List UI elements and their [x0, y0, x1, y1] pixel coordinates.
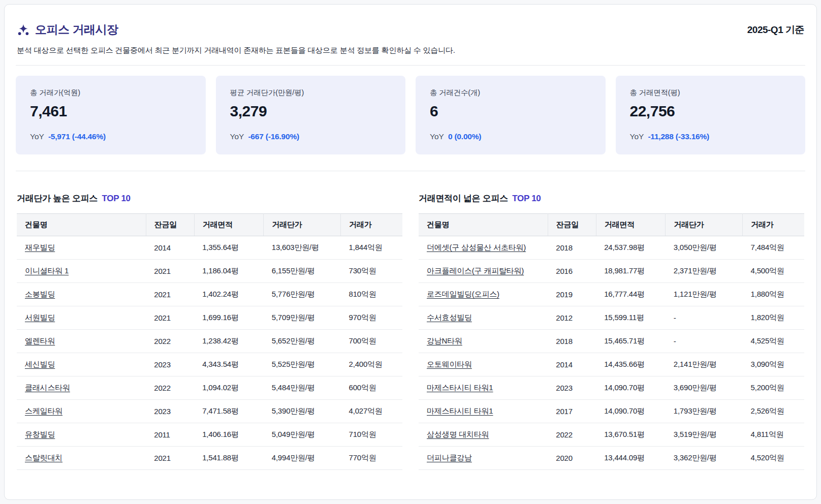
building-name-cell: 서원빌딩: [17, 306, 146, 330]
top10-area-table: 건물명잔금일거래면적거래단가거래가 더에셋(구 삼성물산 서초타워)201824…: [419, 213, 804, 470]
table-row: 세신빌딩20234,343.54평5,525만원/평2,400억원: [17, 353, 402, 376]
building-name-cell: 수서효성빌딩: [419, 306, 548, 330]
building-name-link[interactable]: 아크플레이스(구 캐피탈타워): [427, 266, 524, 275]
building-name-link[interactable]: 이니셜타워 1: [25, 266, 69, 275]
page-title: 오피스 거래시장: [35, 22, 118, 38]
stat-label: 총 거래면적(평): [630, 88, 792, 98]
building-name-cell: 엘렌타워: [17, 330, 146, 353]
column-header: 거래가: [743, 214, 804, 236]
building-name-link[interactable]: 유창빌딩: [25, 430, 55, 438]
table-row: 엘렌타워20221,238.42평5,652만원/평700억원: [17, 330, 402, 353]
table-row: 스탈릿대치20211,541.88평4,994만원/평770억원: [17, 447, 402, 470]
yoy-value: -11,288 (-33.16%): [648, 132, 709, 141]
table-cell: 14,435.66평: [596, 353, 666, 376]
table-row: 로즈데일빌딩(오피스)201916,777.44평1,121만원/평1,880억…: [419, 283, 804, 306]
building-name-cell: 클래시스타워: [17, 376, 146, 400]
table-cell: 6,155만원/평: [264, 260, 341, 283]
yoy-label: YoY: [430, 132, 444, 141]
table-cell: 2012: [548, 306, 596, 330]
table-cell: 5,652만원/평: [264, 330, 341, 353]
building-name-link[interactable]: 엘렌타워: [25, 336, 55, 345]
table-cell: 2023: [548, 376, 596, 400]
table-block-highest-unit-price: 거래단가 높은 오피스 TOP 10 건물명잔금일거래면적거래단가거래가 재우빌…: [17, 193, 402, 470]
stat-value: 3,279: [230, 103, 392, 120]
building-name-link[interactable]: 더피나클강남: [427, 453, 472, 462]
stat-card-avg-unit-price: 평균 거래단가(만원/평) 3,279 YoY -667 (-16.90%): [216, 76, 406, 154]
column-header: 건물명: [17, 214, 146, 236]
building-name-link[interactable]: 더에셋(구 삼성물산 서초타워): [427, 243, 526, 251]
stat-value: 6: [430, 103, 591, 120]
table-row: 오토웨이타워201414,435.66평2,141만원/평3,090억원: [419, 353, 804, 376]
table-row: 클래시스타워20221,094.02평5,484만원/평600억원: [17, 376, 402, 400]
table-cell: 5,049만원/평: [264, 423, 341, 447]
yoy-value: -667 (-16.90%): [248, 132, 299, 141]
stat-label: 평균 거래단가(만원/평): [230, 88, 392, 98]
table-cell: 13,444.09평: [596, 447, 666, 470]
table-cell: 1,402.24평: [194, 283, 264, 306]
building-name-link[interactable]: 로즈데일빌딩(오피스): [427, 290, 499, 298]
table-cell: 7,484억원: [743, 236, 804, 260]
building-name-link[interactable]: 서원빌딩: [25, 313, 55, 322]
table-cell: 24,537.98평: [596, 236, 666, 260]
building-name-link[interactable]: 클래시스타워: [25, 383, 70, 392]
page-header: 오피스 거래시장 2025-Q1 기준: [16, 19, 805, 38]
table-cell: 970억원: [341, 306, 402, 330]
table-cell: 2021: [146, 306, 194, 330]
building-name-link[interactable]: 세신빌딩: [25, 360, 55, 368]
header-divider: [16, 65, 805, 66]
building-name-link[interactable]: 오토웨이타워: [427, 360, 472, 368]
table-cell: 1,793만원/평: [666, 400, 743, 423]
table-title: 거래단가 높은 오피스 TOP 10: [17, 193, 402, 204]
stat-value: 22,756: [630, 103, 792, 120]
table-cell: 13,603만원/평: [264, 236, 341, 260]
table-cell: 5,200억원: [743, 376, 804, 400]
table-cell: 15,465.71평: [596, 330, 666, 353]
table-title-text: 거래단가 높은 오피스: [17, 194, 98, 203]
table-cell: 3,050만원/평: [666, 236, 743, 260]
table-cell: 1,820억원: [743, 306, 804, 330]
stat-label: 총 거래건수(개): [430, 88, 591, 98]
tables-row: 거래단가 높은 오피스 TOP 10 건물명잔금일거래면적거래단가거래가 재우빌…: [16, 193, 805, 470]
building-name-cell: 강남N타워: [419, 330, 548, 353]
column-header: 잔금일: [548, 214, 596, 236]
building-name-link[interactable]: 마제스타시티 타워1: [427, 406, 493, 415]
building-name-cell: 더피나클강남: [419, 447, 548, 470]
table-cell: 1,355.64평: [194, 236, 264, 260]
stat-card-total-area: 총 거래면적(평) 22,756 YoY -11,288 (-33.16%): [616, 76, 806, 154]
column-header: 건물명: [419, 214, 548, 236]
building-name-link[interactable]: 강남N타워: [427, 336, 462, 345]
table-cell: 4,500억원: [743, 260, 804, 283]
table-cell: 2023: [146, 353, 194, 376]
stat-label: 총 거래가(억원): [30, 88, 192, 98]
yoy-value: -5,971 (-44.46%): [48, 132, 106, 141]
table-cell: 13,670.51평: [596, 423, 666, 447]
building-name-link[interactable]: 소봉빌딩: [25, 290, 55, 298]
stats-divider: [16, 171, 805, 171]
table-cell: 5,525만원/평: [264, 353, 341, 376]
building-name-link[interactable]: 수서효성빌딩: [427, 313, 472, 322]
column-header: 거래단가: [264, 214, 341, 236]
table-cell: 700억원: [341, 330, 402, 353]
table-row: 마제스타시티 타워1201714,090.70평1,793만원/평2,526억원: [419, 400, 804, 423]
building-name-link[interactable]: 스케일타워: [25, 406, 62, 415]
building-name-link[interactable]: 마제스타시티 타워1: [427, 383, 493, 392]
table-cell: 16,777.44평: [596, 283, 666, 306]
building-name-link[interactable]: 재우빌딩: [25, 243, 55, 251]
table-header-row: 건물명잔금일거래면적거래단가거래가: [419, 214, 804, 236]
table-cell: 2014: [548, 353, 596, 376]
table-cell: 2020: [548, 447, 596, 470]
table-cell: 14,090.70평: [596, 400, 666, 423]
building-name-link[interactable]: 삼성생명 대치타워: [427, 430, 489, 438]
period-label: 2025-Q1 기준: [747, 23, 804, 37]
table-cell: 2011: [146, 423, 194, 447]
table-row: 스케일타워20237,471.58평5,390만원/평4,027억원: [17, 400, 402, 423]
table-cell: 5,709만원/평: [264, 306, 341, 330]
stats-row: 총 거래가(억원) 7,461 YoY -5,971 (-44.46%) 평균 …: [16, 76, 805, 154]
table-header-row: 건물명잔금일거래면적거래단가거래가: [17, 214, 402, 236]
table-row: 삼성생명 대치타워202213,670.51평3,519만원/평4,811억원: [419, 423, 804, 447]
building-name-link[interactable]: 스탈릿대치: [25, 453, 62, 462]
table-cell: 730억원: [341, 260, 402, 283]
table-cell: 15,599.11평: [596, 306, 666, 330]
table-row: 소봉빌딩20211,402.24평5,776만원/평810억원: [17, 283, 402, 306]
table-cell: 5,390만원/평: [264, 400, 341, 423]
